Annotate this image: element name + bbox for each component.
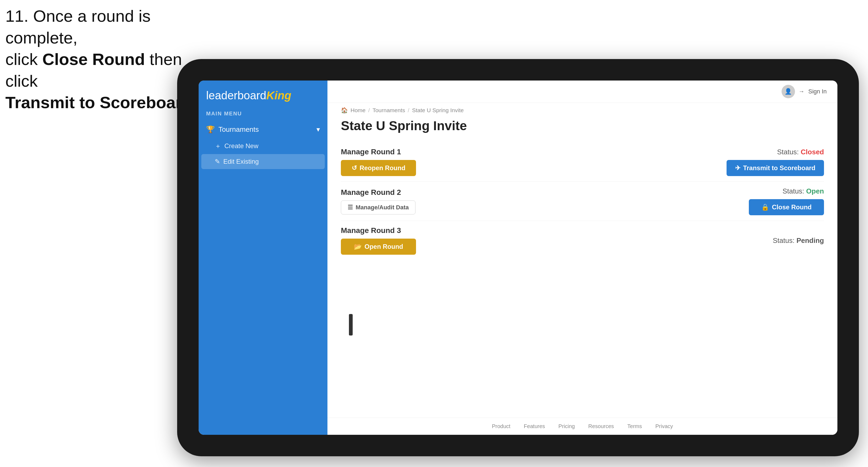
- instruction-bold1: Close Round: [42, 50, 145, 68]
- sidebar-sub-edit-existing[interactable]: ✎ Edit Existing: [201, 154, 325, 169]
- breadcrumb-home[interactable]: Home: [350, 107, 366, 114]
- arrow-icon: →: [799, 88, 805, 95]
- sidebar-logo-area: leaderboardKing: [198, 81, 328, 108]
- top-header: 👤 → Sign In: [328, 81, 837, 103]
- breadcrumb-sep1: /: [368, 107, 370, 114]
- app-logo: leaderboardKing: [206, 89, 320, 102]
- avatar: 👤: [782, 85, 795, 98]
- audit-icon: ☰: [348, 204, 353, 211]
- manage-audit-button[interactable]: ☰ Manage/Audit Data: [341, 200, 415, 214]
- open-round-button[interactable]: 📂 Open Round: [341, 239, 416, 255]
- tablet-side-button: [349, 314, 353, 336]
- transmit-icon: ✈: [735, 164, 741, 172]
- instruction-block: 11. Once a round is complete, click Clos…: [5, 5, 207, 114]
- nav-item-left: 🏆 Tournaments: [206, 125, 259, 134]
- sidebar-item-tournaments[interactable]: 🏆 Tournaments ▾: [198, 121, 328, 138]
- sign-in-area: 👤 → Sign In: [782, 85, 827, 98]
- round-3-right: Status: Pending: [773, 237, 824, 245]
- instruction-line1: 11. Once a round is complete,: [5, 7, 151, 47]
- footer: Product Features Pricing Resources Terms…: [328, 417, 837, 435]
- footer-terms[interactable]: Terms: [627, 423, 642, 429]
- open-icon: 📂: [354, 243, 362, 250]
- round-3-left: Manage Round 3 📂 Open Round: [341, 226, 416, 255]
- page-title: State U Spring Invite: [328, 116, 837, 139]
- instruction-line2: click: [5, 50, 42, 68]
- logo-leaderboard: leaderboard: [206, 89, 266, 102]
- plus-icon: ＋: [215, 142, 221, 150]
- logo-king: King: [266, 89, 291, 102]
- round-2-status: Status: Open: [782, 187, 824, 195]
- round-1-status-value: Closed: [801, 148, 824, 156]
- close-round-button[interactable]: 🔒 Close Round: [749, 199, 824, 215]
- round-2-left: Manage Round 2 ☰ Manage/Audit Data: [341, 188, 415, 214]
- main-menu-label: MAIN MENU: [198, 108, 328, 121]
- round-3-title: Manage Round 3: [341, 226, 416, 235]
- lock-icon: 🔒: [761, 204, 769, 211]
- instruction-bold2: Transmit to Scoreboard.: [5, 93, 197, 112]
- round-2-title: Manage Round 2: [341, 188, 415, 197]
- sign-in-label[interactable]: Sign In: [808, 88, 827, 95]
- reopen-icon: ↺: [351, 164, 357, 172]
- create-new-label: Create New: [224, 142, 258, 150]
- round-2-status-value: Open: [806, 187, 824, 195]
- transmit-label: Transmit to Scoreboard: [743, 164, 815, 172]
- tablet-device: leaderboardKing MAIN MENU 🏆 Tournaments …: [177, 59, 859, 456]
- footer-product[interactable]: Product: [492, 423, 510, 429]
- round-1-left: Manage Round 1 ↺ Reopen Round: [341, 148, 416, 176]
- sidebar: leaderboardKing MAIN MENU 🏆 Tournaments …: [198, 81, 328, 435]
- home-icon: 🏠: [341, 107, 348, 114]
- round-1-title: Manage Round 1: [341, 148, 416, 156]
- transmit-scoreboard-button[interactable]: ✈ Transmit to Scoreboard: [726, 160, 824, 176]
- footer-privacy[interactable]: Privacy: [655, 423, 673, 429]
- edit-icon: ✎: [215, 158, 220, 165]
- round-1-status: Status: Closed: [777, 148, 824, 156]
- breadcrumb-sep2: /: [408, 107, 409, 114]
- chevron-down-icon: ▾: [316, 125, 320, 134]
- app-layout: leaderboardKing MAIN MENU 🏆 Tournaments …: [198, 81, 837, 435]
- round-3-status: Status: Pending: [773, 237, 824, 245]
- round-2-right: Status: Open 🔒 Close Round: [749, 187, 824, 215]
- breadcrumb-tournaments[interactable]: Tournaments: [373, 107, 405, 114]
- audit-label: Manage/Audit Data: [355, 204, 409, 211]
- sidebar-sub-create-new[interactable]: ＋ Create New: [198, 138, 328, 154]
- reopen-label: Reopen Round: [360, 164, 406, 172]
- round-1-right: Status: Closed ✈ Transmit to Scoreboard: [726, 148, 824, 176]
- rounds-container: Manage Round 1 ↺ Reopen Round Status: Cl…: [328, 139, 837, 417]
- reopen-round-button[interactable]: ↺ Reopen Round: [341, 160, 416, 176]
- footer-features[interactable]: Features: [524, 423, 545, 429]
- round-3-status-value: Pending: [796, 237, 824, 245]
- round-1-row: Manage Round 1 ↺ Reopen Round Status: Cl…: [341, 142, 824, 182]
- main-content: 👤 → Sign In 🏠 Home / Tournaments / State…: [328, 81, 837, 435]
- round-3-row: Manage Round 3 📂 Open Round Status: Pend…: [341, 221, 824, 260]
- breadcrumb-current: State U Spring Invite: [412, 107, 464, 114]
- sidebar-tournaments-label: Tournaments: [218, 125, 259, 134]
- footer-pricing[interactable]: Pricing: [559, 423, 575, 429]
- tablet-screen: leaderboardKing MAIN MENU 🏆 Tournaments …: [198, 81, 837, 435]
- close-round-label: Close Round: [772, 204, 812, 211]
- open-round-label: Open Round: [365, 243, 403, 250]
- trophy-icon: 🏆: [206, 125, 215, 134]
- breadcrumb: 🏠 Home / Tournaments / State U Spring In…: [328, 103, 837, 116]
- round-2-row: Manage Round 2 ☰ Manage/Audit Data Statu…: [341, 182, 824, 221]
- edit-existing-label: Edit Existing: [223, 158, 259, 165]
- footer-resources[interactable]: Resources: [588, 423, 614, 429]
